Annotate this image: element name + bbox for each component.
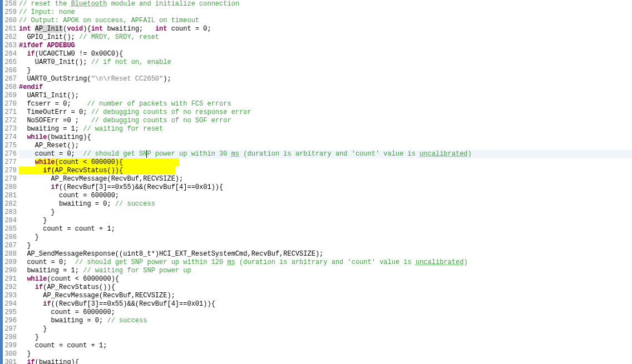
code-line[interactable]: 292 if(AP_RecvStatus()){	[0, 283, 632, 292]
code-line[interactable]: 300 }	[0, 350, 632, 358]
code-content[interactable]: // Input: none	[19, 8, 632, 17]
code-line[interactable]: 267 UART0_OutString("\n\rReset CC2650");	[0, 75, 632, 83]
code-content[interactable]: TimeOutErr = 0; // debugging counts of n…	[19, 108, 632, 117]
code-content[interactable]: count = 0; // should get SNP power up wi…	[19, 258, 632, 267]
code-content[interactable]: count = 6000000;	[19, 308, 632, 317]
code-token: // waiting for SNP power up	[83, 267, 191, 275]
code-content[interactable]: }	[19, 208, 632, 217]
code-line[interactable]: 289 count = 0; // should get SNP power u…	[0, 258, 632, 267]
code-token: (count < 600000){	[55, 158, 179, 166]
code-content[interactable]: }	[19, 67, 632, 75]
code-content[interactable]: count = 600000;	[19, 192, 632, 200]
code-line[interactable]: 264 if(UCA0CTLW0 != 0x00C0){	[0, 50, 632, 58]
code-line[interactable]: 286 }	[0, 233, 632, 242]
code-line[interactable]: 285 count = count + 1;	[0, 225, 632, 233]
code-content[interactable]: if((RecvBuf[3]==0x55)&&(RecvBuf[4]==0x01…	[19, 183, 632, 192]
code-line[interactable]: 296 bwaiting = 0; // success	[0, 317, 632, 325]
code-token	[31, 25, 35, 33]
code-token: if	[35, 283, 43, 291]
code-line[interactable]: 290 bwaiting = 1; // waiting for SNP pow…	[0, 267, 632, 275]
code-line[interactable]: 272 NoSOFErr =0 ; // debugging counts of…	[0, 117, 632, 125]
code-line[interactable]: 270 fcserr = 0; // number of packets wit…	[0, 100, 632, 108]
code-line[interactable]: 268#endif	[0, 83, 632, 92]
code-content[interactable]: AP_Reset();	[19, 142, 632, 150]
code-content[interactable]: UART1_Init();	[19, 92, 632, 100]
code-content[interactable]: #ifdef APDEBUG	[19, 42, 632, 50]
code-line[interactable]: 259// Input: none	[0, 8, 632, 17]
code-content[interactable]: fcserr = 0; // number of packets with FC…	[19, 100, 632, 108]
code-line[interactable]: 258// reset the Bluetooth module and ini…	[0, 0, 632, 8]
code-content[interactable]: GPIO_Init(); // MRDY, SRDY, reset	[19, 33, 632, 42]
code-content[interactable]: UART0_OutString("\n\rReset CC2650");	[19, 75, 632, 83]
code-content[interactable]: // reset the Bluetooth module and initia…	[19, 0, 632, 8]
code-content[interactable]: count = count + 1;	[19, 225, 632, 233]
code-line[interactable]: 284 }	[0, 217, 632, 225]
code-content[interactable]: AP_RecvMessage(RecvBuf,RECVSIZE);	[19, 175, 632, 183]
code-line[interactable]: 266 }	[0, 67, 632, 75]
code-content[interactable]: #endif	[19, 83, 632, 92]
code-content[interactable]: bwaiting = 1; // waiting for SNP power u…	[19, 267, 632, 275]
line-number: 265	[3, 58, 19, 67]
code-line[interactable]: 260// Output: APOK on success, APFAIL on…	[0, 17, 632, 25]
code-line[interactable]: 301 if(bwaiting){	[0, 358, 632, 364]
code-line[interactable]: 294 if((RecvBuf[3]==0x55)&&(RecvBuf[4]==…	[0, 300, 632, 308]
code-content[interactable]: bwaiting = 0; // success	[19, 317, 632, 325]
code-content[interactable]: if((RecvBuf[3]==0x55)&&(RecvBuf[4]==0x01…	[19, 300, 632, 308]
code-line[interactable]: 291 while(count < 6000000){	[0, 275, 632, 283]
code-line[interactable]: 277 while(count < 600000){	[0, 158, 632, 167]
code-content[interactable]: }	[19, 325, 632, 333]
code-content[interactable]: }	[19, 242, 632, 250]
code-line[interactable]: 282 bwaiting = 0; // success	[0, 200, 632, 208]
code-line[interactable]: 273 bwaiting = 1; // waiting for reset	[0, 125, 632, 133]
code-content[interactable]: bwaiting = 1; // waiting for reset	[19, 125, 632, 133]
code-token: if	[43, 300, 51, 308]
code-line[interactable]: 275 AP_Reset();	[0, 142, 632, 150]
code-line[interactable]: 262 GPIO_Init(); // MRDY, SRDY, reset	[0, 33, 632, 42]
code-content[interactable]: if(UCA0CTLW0 != 0x00C0){	[19, 50, 632, 58]
code-content[interactable]: }	[19, 233, 632, 242]
code-line[interactable]: 283 }	[0, 208, 632, 217]
code-content[interactable]: if(AP_RecvStatus()){	[19, 283, 632, 292]
code-line[interactable]: 281 count = 600000;	[0, 192, 632, 200]
code-content[interactable]: AP_RecvMessage(RecvBuf,RECVSIZE);	[19, 292, 632, 300]
code-line[interactable]: 298 }	[0, 333, 632, 342]
code-content[interactable]: }	[19, 333, 632, 342]
code-line[interactable]: 278 if(AP_RecvStatus()){	[0, 167, 632, 175]
code-content[interactable]: int AP_Init(void){int bwaiting; int coun…	[19, 25, 632, 33]
code-content[interactable]: NoSOFErr =0 ; // debugging counts of no …	[19, 117, 632, 125]
code-line[interactable]: 269 UART1_Init();	[0, 92, 632, 100]
code-line[interactable]: 295 count = 6000000;	[0, 308, 632, 317]
code-line[interactable]: 280 if((RecvBuf[3]==0x55)&&(RecvBuf[4]==…	[0, 183, 632, 192]
code-line[interactable]: 299 count = count + 1;	[0, 342, 632, 350]
code-content[interactable]: count = 0; // should get SNP power up wi…	[19, 150, 632, 158]
code-content[interactable]: AP_SendMessageResponse((uint8_t*)HCI_EXT…	[19, 250, 632, 258]
code-line[interactable]: 265 UART0_Init(); // if not on, enable	[0, 58, 632, 67]
line-number: 261	[3, 25, 19, 33]
code-content[interactable]: UART0_Init(); // if not on, enable	[19, 58, 632, 67]
code-line[interactable]: 287 }	[0, 242, 632, 250]
code-line[interactable]: 274 while(bwaiting){	[0, 133, 632, 142]
code-content[interactable]: if(AP_RecvStatus()){	[19, 167, 632, 175]
code-content[interactable]: count = count + 1;	[19, 342, 632, 350]
code-content[interactable]: if(bwaiting){	[19, 358, 632, 364]
code-line[interactable]: 263#ifdef APDEBUG	[0, 42, 632, 50]
code-line[interactable]: 261int AP_Init(void){int bwaiting; int c…	[0, 25, 632, 33]
code-token: #endif	[19, 83, 43, 91]
code-line[interactable]: 297 }	[0, 325, 632, 333]
code-content[interactable]: }	[19, 217, 632, 225]
code-content[interactable]: while(count < 600000){	[19, 158, 632, 167]
code-token	[19, 158, 35, 166]
code-content[interactable]: // Output: APOK on success, APFAIL on ti…	[19, 17, 632, 25]
line-number: 297	[3, 325, 19, 333]
code-line[interactable]: 276 count = 0; // should get SNP power u…	[0, 150, 632, 158]
code-line[interactable]: 271 TimeOutErr = 0; // debugging counts …	[0, 108, 632, 117]
code-content[interactable]: while(bwaiting){	[19, 133, 632, 142]
code-token: int	[155, 25, 167, 33]
code-content[interactable]: bwaiting = 0; // success	[19, 200, 632, 208]
code-content[interactable]: while(count < 6000000){	[19, 275, 632, 283]
code-line[interactable]: 288 AP_SendMessageResponse((uint8_t*)HCI…	[0, 250, 632, 258]
code-editor[interactable]: 258// reset the Bluetooth module and ini…	[0, 0, 632, 364]
code-line[interactable]: 279 AP_RecvMessage(RecvBuf,RECVSIZE);	[0, 175, 632, 183]
code-line[interactable]: 293 AP_RecvMessage(RecvBuf,RECVSIZE);	[0, 292, 632, 300]
code-content[interactable]: }	[19, 350, 632, 358]
